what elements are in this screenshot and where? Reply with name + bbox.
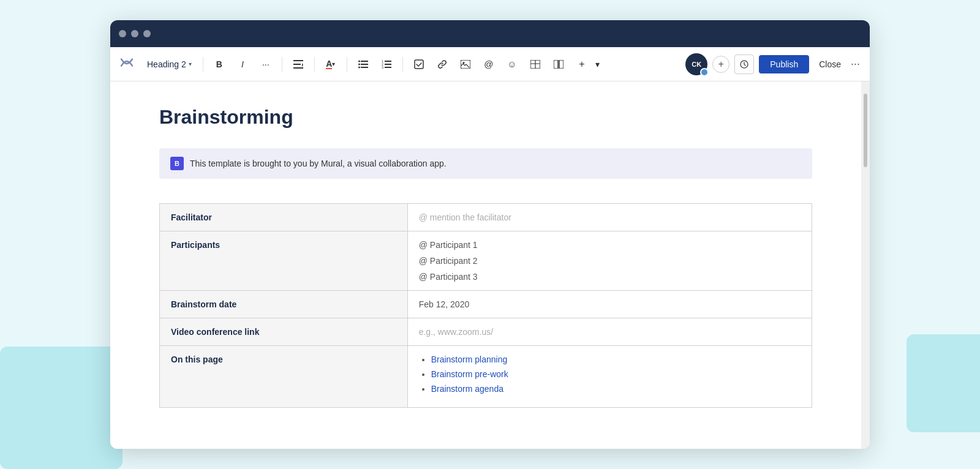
publish-button[interactable]: Publish: [759, 55, 809, 73]
brainstorm-pre-work-link[interactable]: Brainstorm pre-work: [431, 369, 508, 379]
table-row: Video conference link e.g., www.zoom.us/: [160, 318, 812, 346]
svg-point-8: [358, 66, 360, 68]
participants-value[interactable]: @ Participant 1 @ Participant 2 @ Partic…: [407, 231, 812, 291]
bg-decoration-right: [907, 334, 980, 432]
italic-button[interactable]: I: [233, 54, 252, 74]
list-item: Brainstorm planning: [431, 355, 801, 364]
align-button[interactable]: [288, 54, 308, 74]
svg-rect-5: [361, 61, 368, 62]
more-options-button[interactable]: ···: [851, 58, 860, 70]
date-value[interactable]: Feb 12, 2020: [407, 291, 812, 318]
close-button[interactable]: Close: [814, 55, 846, 73]
table-row: Facilitator @ mention the facilitator: [160, 204, 812, 231]
scrollbar-thumb[interactable]: [864, 94, 867, 167]
date-label: Brainstorm date: [160, 291, 408, 318]
title-bar: [110, 20, 870, 47]
heading-selector[interactable]: Heading 2 ▾: [142, 57, 197, 72]
bullet-list-button[interactable]: [353, 54, 373, 74]
table-row: Brainstorm date Feb 12, 2020: [160, 291, 812, 318]
table-button[interactable]: [526, 54, 545, 74]
more-format-button[interactable]: ···: [256, 54, 276, 74]
svg-text:3.: 3.: [382, 66, 384, 69]
svg-point-4: [358, 60, 360, 62]
list-item: Brainstorm pre-work: [431, 369, 801, 379]
facilitator-label: Facilitator: [160, 204, 408, 231]
bg-decoration-left: [0, 347, 123, 469]
page-title: Brainstorming: [159, 106, 812, 129]
svg-rect-16: [415, 60, 423, 69]
color-button[interactable]: A ▾: [321, 54, 341, 74]
traffic-light-2: [131, 30, 138, 37]
version-history-button[interactable]: [734, 54, 754, 74]
numbered-list-button[interactable]: 1. 2. 3.: [377, 54, 396, 74]
divider-5: [402, 57, 403, 72]
svg-rect-7: [361, 64, 368, 65]
svg-marker-3: [302, 63, 303, 67]
participant-1: @ Participant 1: [419, 240, 801, 250]
svg-rect-11: [385, 61, 391, 62]
toolbar-right: CK + Publish Close ···: [685, 53, 860, 75]
app-window: Heading 2 ▾ B I ··· A ▾: [110, 20, 870, 449]
svg-rect-9: [361, 67, 368, 68]
info-banner: B This template is brought to you by Mur…: [159, 148, 812, 179]
svg-rect-22: [554, 60, 558, 69]
svg-rect-1: [293, 64, 301, 65]
page-links-list: Brainstorm planning Brainstorm pre-work …: [419, 355, 801, 394]
divider-2: [282, 57, 282, 72]
heading-label: Heading 2: [147, 59, 186, 69]
task-button[interactable]: [409, 54, 429, 74]
layout-button[interactable]: [549, 54, 568, 74]
mention-button[interactable]: @: [479, 54, 499, 74]
scrollbar[interactable]: [861, 81, 870, 449]
participant-2: @ Participant 2: [419, 256, 801, 266]
insert-button[interactable]: +: [572, 54, 592, 74]
mural-icon: B: [170, 157, 184, 170]
divider-4: [347, 57, 347, 72]
participants-label: Participants: [160, 231, 408, 291]
participant-3: @ Participant 3: [419, 272, 801, 282]
avatar: CK: [685, 53, 707, 75]
svg-rect-15: [385, 67, 391, 68]
on-this-page-label: On this page: [160, 346, 408, 408]
traffic-light-1: [119, 30, 126, 37]
traffic-light-3: [143, 30, 151, 37]
table-row: On this page Brainstorm planning Brainst…: [160, 346, 812, 408]
svg-point-6: [358, 63, 360, 65]
bold-button[interactable]: B: [209, 54, 229, 74]
table-row: Participants @ Participant 1 @ Participa…: [160, 231, 812, 291]
image-button[interactable]: [456, 54, 475, 74]
svg-rect-23: [559, 60, 564, 69]
facilitator-value[interactable]: @ mention the facilitator: [407, 204, 812, 231]
add-collaborator-button[interactable]: +: [712, 56, 729, 73]
brainstorm-agenda-link[interactable]: Brainstorm agenda: [431, 384, 503, 394]
divider-1: [203, 57, 203, 72]
editor[interactable]: Brainstorming B This template is brought…: [110, 81, 861, 449]
info-table: Facilitator @ mention the facilitator Pa…: [159, 203, 812, 408]
brainstorm-planning-link[interactable]: Brainstorm planning: [431, 355, 508, 364]
confluence-logo[interactable]: [120, 56, 134, 72]
video-label: Video conference link: [160, 318, 408, 346]
on-this-page-value: Brainstorm planning Brainstorm pre-work …: [407, 346, 812, 408]
svg-rect-13: [385, 64, 391, 65]
video-value[interactable]: e.g., www.zoom.us/: [407, 318, 812, 346]
list-item: Brainstorm agenda: [431, 384, 801, 394]
emoji-button[interactable]: ☺: [502, 54, 522, 74]
svg-rect-0: [293, 60, 303, 61]
chevron-down-icon: ▾: [189, 61, 192, 67]
content-area: Brainstorming B This template is brought…: [110, 81, 870, 449]
svg-rect-2: [293, 67, 303, 69]
avatar-badge: [700, 68, 709, 77]
insert-more-icon: ▾: [595, 59, 600, 69]
banner-text: This template is brought to you by Mural…: [190, 159, 447, 168]
divider-3: [314, 57, 315, 72]
link-button[interactable]: [432, 54, 452, 74]
toolbar: Heading 2 ▾ B I ··· A ▾: [110, 47, 870, 81]
